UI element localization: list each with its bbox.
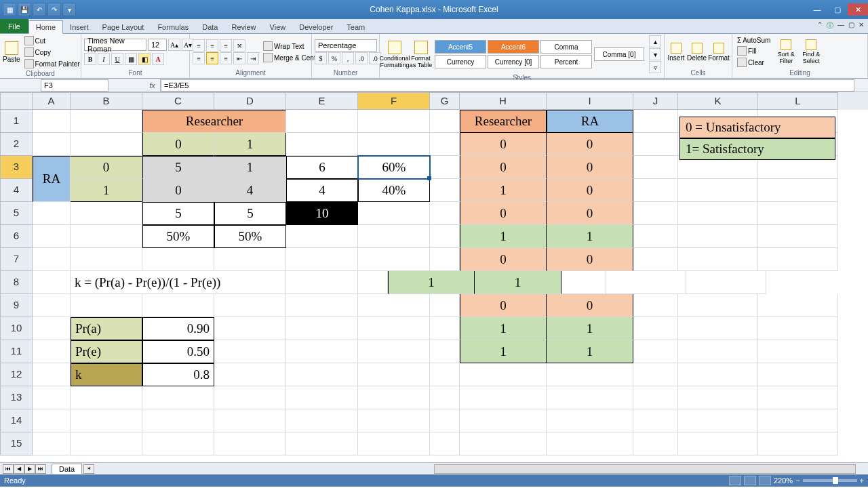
gallery-up-icon[interactable]: ▴	[649, 35, 661, 47]
orientation-button[interactable]: ⤧	[233, 39, 245, 52]
cell-J3[interactable]	[633, 156, 678, 179]
font-size-combo[interactable]: 12	[148, 39, 167, 51]
row-header[interactable]: 14	[0, 409, 33, 432]
review-tab[interactable]: Review	[224, 21, 262, 33]
cell-I8[interactable]: 1	[475, 271, 561, 294]
cell-E2[interactable]	[286, 133, 358, 156]
cell-C1[interactable]: Researcher	[142, 110, 286, 133]
normal-view-button[interactable]	[729, 476, 741, 485]
comma-button[interactable]: ,	[342, 52, 354, 64]
cell-A7[interactable]	[33, 248, 71, 271]
cell-K12[interactable]	[678, 363, 758, 386]
cell-K9[interactable]	[678, 294, 758, 317]
cell-F14[interactable]	[358, 409, 430, 432]
cell-L6[interactable]	[758, 225, 838, 248]
align-middle-button[interactable]: ≡	[206, 39, 218, 52]
cell-D6[interactable]: 50%	[214, 225, 286, 248]
cell-C3[interactable]: 5	[142, 156, 214, 179]
cell-E14[interactable]	[286, 409, 358, 432]
cell-F5[interactable]	[358, 202, 430, 225]
format-as-table-button[interactable]: Format as Table	[409, 38, 433, 70]
format-painter-button[interactable]: Format Painter	[22, 58, 82, 69]
col-header[interactable]: A	[33, 92, 71, 110]
cell-D11[interactable]	[214, 340, 286, 363]
grow-font-button[interactable]: A▴	[168, 39, 180, 51]
cell-A11[interactable]	[33, 340, 71, 363]
style-percent[interactable]: Percent	[540, 55, 592, 68]
gallery-more-icon[interactable]: ▿	[649, 61, 661, 73]
cell-I15[interactable]	[547, 432, 633, 455]
sheet-first-icon[interactable]: ⏮	[3, 464, 14, 474]
cell-B5[interactable]	[71, 202, 142, 225]
cell-H3[interactable]: 0	[460, 156, 547, 179]
row-header[interactable]: 2	[0, 133, 33, 156]
increase-decimal-button[interactable]: .0	[355, 52, 368, 64]
cell-C5[interactable]: 5	[142, 202, 214, 225]
cell-I5[interactable]: 0	[547, 202, 633, 225]
copy-button[interactable]: Copy	[22, 47, 82, 58]
cell-F3[interactable]: 60%	[358, 156, 430, 179]
page-layout-view-button[interactable]	[744, 476, 756, 485]
row-header[interactable]: 3	[0, 156, 33, 179]
cell-G14[interactable]	[430, 409, 460, 432]
cell-B2[interactable]	[71, 133, 142, 156]
cell-G10[interactable]	[430, 317, 460, 340]
cell-E1[interactable]	[286, 110, 358, 133]
row-header[interactable]: 6	[0, 225, 33, 248]
cell-H8[interactable]: 1	[388, 271, 475, 294]
cell-E5[interactable]: 10	[286, 202, 358, 225]
cell-F7[interactable]	[358, 248, 430, 271]
cell-F12[interactable]	[358, 363, 430, 386]
cell-I13[interactable]	[547, 386, 633, 409]
home-tab[interactable]: Home	[28, 20, 63, 34]
cell-H14[interactable]	[460, 409, 547, 432]
cell-D9[interactable]	[214, 294, 286, 317]
col-header[interactable]: E	[286, 92, 358, 110]
style-currency[interactable]: Currency	[435, 55, 486, 68]
cell-K14[interactable]	[678, 409, 758, 432]
cell-C12[interactable]: 0.8	[142, 363, 214, 386]
fill-color-button[interactable]: ◧	[138, 53, 151, 65]
decrease-indent-button[interactable]: ⇤	[233, 52, 245, 64]
cell-C15[interactable]	[142, 432, 214, 455]
new-sheet-icon[interactable]: ✶	[83, 464, 94, 474]
currency-button[interactable]: $	[315, 52, 327, 64]
cell-E12[interactable]	[286, 363, 358, 386]
cell-L8[interactable]	[686, 271, 766, 294]
cell-A10[interactable]	[33, 317, 71, 340]
col-header[interactable]: K	[678, 92, 758, 110]
cell-C4[interactable]: 0	[142, 179, 214, 202]
align-left-button[interactable]: ≡	[193, 52, 205, 64]
row-header[interactable]: 8	[0, 271, 33, 294]
undo-icon[interactable]: ↶	[33, 3, 46, 16]
cell-H11[interactable]: 1	[460, 340, 547, 363]
cell-E6[interactable]	[286, 225, 358, 248]
insert-tab[interactable]: Insert	[63, 21, 96, 33]
conditional-formatting-button[interactable]: Conditional Formatting	[382, 38, 407, 70]
cell-C7[interactable]	[142, 248, 214, 271]
row-header[interactable]: 9	[0, 294, 33, 317]
zoom-slider[interactable]	[803, 479, 857, 482]
cell-A1[interactable]	[33, 110, 71, 133]
cell-H10[interactable]: 1	[460, 317, 547, 340]
cell-D15[interactable]	[214, 432, 286, 455]
redo-icon[interactable]: ↷	[47, 3, 61, 16]
cell-D12[interactable]	[214, 363, 286, 386]
cell-A5[interactable]	[33, 202, 71, 225]
cell-A13[interactable]	[33, 386, 71, 409]
row-header[interactable]: 7	[0, 248, 33, 271]
cell-D2[interactable]: 1	[214, 133, 286, 156]
cell-I11[interactable]: 1	[547, 340, 633, 363]
cell-I14[interactable]	[547, 409, 633, 432]
cell-F13[interactable]	[358, 386, 430, 409]
cell-H15[interactable]	[460, 432, 547, 455]
cell-H5[interactable]: 0	[460, 202, 547, 225]
cell-B9[interactable]	[71, 294, 142, 317]
cell-J4[interactable]	[633, 179, 678, 202]
cell-L15[interactable]	[758, 432, 838, 455]
cell-I9[interactable]: 0	[547, 294, 633, 317]
cell-D10[interactable]	[214, 317, 286, 340]
cell-A6[interactable]	[33, 225, 71, 248]
cell-A8[interactable]	[33, 271, 71, 294]
percent-button[interactable]: %	[328, 52, 340, 64]
